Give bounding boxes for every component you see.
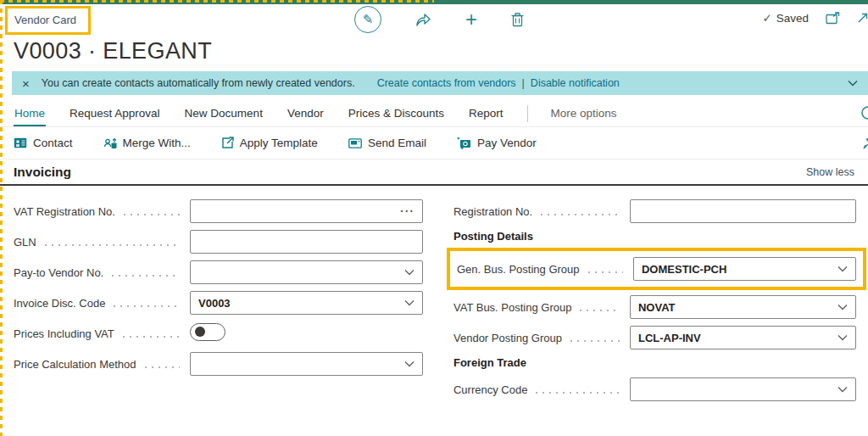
show-less-button[interactable]: Show less <box>806 166 854 178</box>
dotted-leader <box>124 214 180 215</box>
send-email-button[interactable]: Send Email <box>348 137 426 149</box>
vat-bus-posting-group-label: VAT Bus. Posting Group <box>453 301 571 314</box>
field-value: NOVAT <box>638 301 676 314</box>
vendor-posting-group-combobox[interactable]: LCL-AP-INV <box>630 326 856 349</box>
pin-button[interactable] <box>862 137 868 150</box>
pay-vendor-button[interactable]: Pay Vendor <box>457 137 537 149</box>
tab-request-approval[interactable]: Request Approval <box>69 107 161 126</box>
chevron-down-icon[interactable] <box>837 304 848 310</box>
dotted-leader <box>123 336 180 338</box>
expand-button[interactable] <box>857 12 868 24</box>
trash-icon <box>511 12 524 27</box>
vendor-posting-group-row: Vendor Posting Group LCL-AP-INV <box>453 326 856 349</box>
tab-new-document[interactable]: New Document <box>184 107 264 126</box>
vendor-posting-group-label: Vendor Posting Group <box>453 332 562 344</box>
prices-including-vat-toggle[interactable] <box>190 323 225 341</box>
dotted-leader <box>570 340 620 342</box>
price-calculation-method-combobox[interactable] <box>190 352 423 376</box>
posting-details-heading: Posting Details <box>453 230 856 243</box>
notification-bar: × You can create contacts automatically … <box>12 71 868 95</box>
field-label: Pay-to Vendor No. <box>14 266 190 279</box>
invoice-disc-code-combobox[interactable]: V0003 <box>190 291 423 315</box>
dotted-leader <box>536 392 620 394</box>
dotted-leader <box>541 214 620 215</box>
contact-card-icon <box>14 137 27 148</box>
merge-with-button[interactable]: Merge With... <box>103 137 191 149</box>
chevron-down-icon[interactable] <box>404 361 415 367</box>
tab-vendor[interactable]: Vendor <box>287 107 325 126</box>
apply-template-icon <box>221 137 234 149</box>
vat-registration-no-input[interactable]: ··· <box>190 199 423 223</box>
check-icon: ✓ <box>762 11 771 25</box>
new-button[interactable]: + <box>465 9 477 30</box>
tab-home[interactable]: Home <box>14 107 46 126</box>
tab-prices-discounts[interactable]: Prices & Discounts <box>348 107 445 126</box>
dotted-leader <box>145 366 180 368</box>
chevron-down-icon[interactable] <box>404 299 415 306</box>
chevron-down-icon[interactable] <box>837 334 848 341</box>
delete-button[interactable] <box>511 12 524 27</box>
apply-template-button[interactable]: Apply Template <box>221 137 318 149</box>
field-label: Currency Code <box>453 383 630 396</box>
tab-report[interactable]: Report <box>468 107 504 126</box>
registration-no-label: Registration No. <box>453 205 532 218</box>
field-label: Registration No. <box>453 205 630 218</box>
dotted-leader <box>114 305 180 307</box>
page-header: Vendor Card ✎ + <box>0 4 868 36</box>
notification-close-button[interactable]: × <box>22 76 30 91</box>
prices-including-vat-row: Prices Including VAT <box>14 321 423 345</box>
chevron-down-icon[interactable] <box>404 269 415 276</box>
invoicing-section-header: Invoicing Show less <box>0 159 868 186</box>
contact-button[interactable]: Contact <box>14 137 73 149</box>
open-in-new-window-button[interactable] <box>826 12 840 25</box>
field-label: Price Calculation Method <box>14 358 190 371</box>
pay-to-vendor-no-combobox[interactable] <box>190 260 423 284</box>
gen-bus-posting-group-combobox[interactable]: DOMESTIC-PCH <box>633 257 856 281</box>
field-value: V0003 <box>198 297 231 310</box>
registration-no-input[interactable] <box>630 199 856 223</box>
contact-label: Contact <box>33 137 73 149</box>
price-calculation-method-label: Price Calculation Method <box>14 358 136 371</box>
vat-bus-posting-group-combobox[interactable]: NOVAT <box>630 295 856 319</box>
notification-link-separator: | <box>522 77 525 89</box>
toggle-knob <box>195 327 205 337</box>
gln-input[interactable] <box>190 230 423 254</box>
field-value: DOMESTIC-PCH <box>642 263 726 276</box>
edit-pencil-button[interactable]: ✎ <box>354 6 381 33</box>
annotation-dashed-left-edge <box>0 0 3 436</box>
header-action-icons: ✎ + <box>354 6 524 33</box>
annotation-highlight-box: Gen. Bus. Posting Group DOMESTIC-PCH <box>447 248 866 290</box>
page-title: V0003 · ELEGANT <box>0 36 868 71</box>
expand-arrow-icon <box>857 12 868 24</box>
annotation-dashed-top-edge <box>0 0 434 3</box>
notification-dismiss-link[interactable]: Disable notification <box>531 77 620 89</box>
assist-edit-button[interactable]: ··· <box>400 204 415 218</box>
field-value: LCL-AP-INV <box>638 332 701 344</box>
menu-divider <box>527 105 528 122</box>
currency-code-combobox[interactable] <box>630 377 856 401</box>
vat-registration-no-row: VAT Registration No. ··· <box>14 199 423 223</box>
field-label: Vendor Posting Group <box>453 332 630 344</box>
invoice-disc-code-label: Invoice Disc. Code <box>14 297 105 310</box>
pay-vendor-icon <box>457 137 471 149</box>
dotted-leader <box>580 310 620 311</box>
header-status-area: ✓ Saved <box>762 11 863 25</box>
currency-code-label: Currency Code <box>453 383 527 396</box>
search-button[interactable] <box>860 105 868 120</box>
dotted-leader <box>112 275 180 277</box>
notification-action-link[interactable]: Create contacts from vendors <box>377 77 516 89</box>
ribbon-menu: Home Request Approval New Document Vendo… <box>0 95 868 127</box>
chevron-down-icon[interactable] <box>837 266 848 272</box>
gln-label: GLN <box>14 236 36 249</box>
merge-icon <box>103 137 117 149</box>
field-label: VAT Registration No. <box>14 205 190 218</box>
notification-chevron-button[interactable] <box>848 80 858 87</box>
gln-row: GLN <box>14 230 423 254</box>
dotted-leader <box>45 244 180 246</box>
chevron-down-icon[interactable] <box>837 386 848 393</box>
price-calculation-method-row: Price Calculation Method <box>14 352 423 376</box>
share-button[interactable] <box>415 13 431 27</box>
pay-vendor-label: Pay Vendor <box>477 137 537 149</box>
save-status-label: Saved <box>776 12 809 25</box>
more-options-button[interactable]: More options <box>551 107 617 126</box>
